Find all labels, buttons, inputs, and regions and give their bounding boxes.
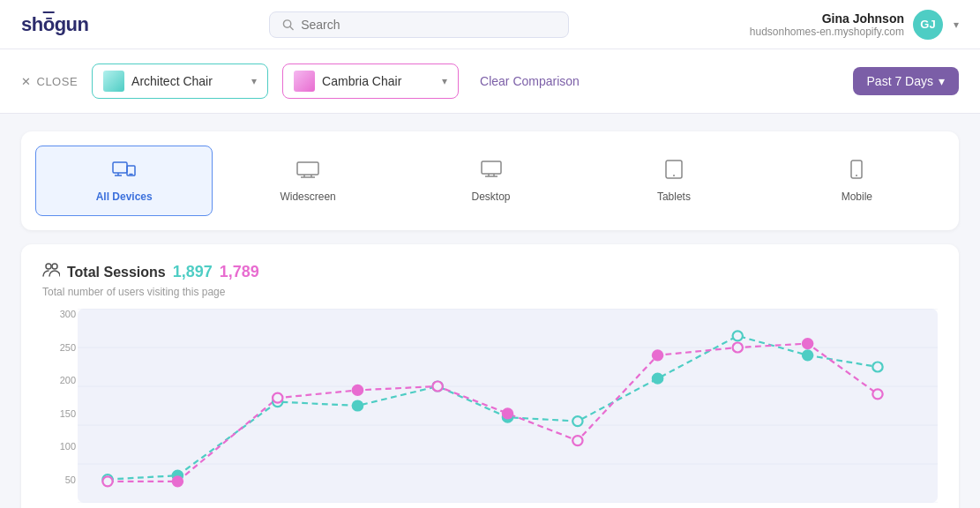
svg-rect-2 <box>113 162 127 173</box>
app-header: shōgun Gina Johnson hudsonhomes-en.mysho… <box>0 0 980 49</box>
y-label-200: 200 <box>60 375 76 385</box>
svg-point-36 <box>733 331 743 340</box>
tab-tablets-label: Tablets <box>657 190 691 203</box>
svg-point-47 <box>733 343 743 353</box>
page2-selector[interactable]: Cambria Chair ▾ <box>282 64 459 99</box>
user-store: hudsonhomes-en.myshopify.com <box>750 26 904 38</box>
search-input[interactable] <box>301 18 556 32</box>
tab-desktop[interactable]: Desktop <box>403 146 579 216</box>
chart-title: Total Sessions <box>67 265 166 280</box>
search-bar[interactable] <box>269 11 569 38</box>
search-icon <box>282 19 294 31</box>
y-label-250: 250 <box>60 342 76 353</box>
close-x-icon: ✕ <box>21 75 32 88</box>
avatar: GJ <box>913 10 943 40</box>
page2-chevron-icon: ▾ <box>442 75 447 87</box>
y-label-300: 300 <box>60 309 76 319</box>
widescreen-icon <box>295 159 320 185</box>
svg-rect-7 <box>297 162 318 175</box>
page1-thumbnail <box>103 71 124 92</box>
clear-comparison-button[interactable]: Clear Comparison <box>480 74 580 88</box>
tab-mobile-label: Mobile <box>842 190 872 203</box>
tablets-icon <box>662 159 686 185</box>
svg-point-49 <box>872 389 882 399</box>
chart-svg <box>78 309 938 503</box>
date-range-label: Past 7 Days <box>867 74 933 88</box>
close-label: CLOSE <box>37 75 79 88</box>
svg-point-16 <box>673 175 675 176</box>
svg-point-20 <box>52 264 57 269</box>
chart-card: Total Sessions 1,897 1,789 Total number … <box>21 244 959 508</box>
tab-all-devices[interactable]: All Devices <box>35 146 213 216</box>
page1-label: Architect Chair <box>131 74 244 88</box>
date-range-button[interactable]: Past 7 Days ▾ <box>853 67 959 95</box>
svg-point-46 <box>653 350 662 360</box>
svg-rect-21 <box>78 309 938 503</box>
tab-widescreen[interactable]: Widescreen <box>220 146 395 216</box>
chart-value-1: 1,897 <box>173 263 213 281</box>
tab-all-devices-label: All Devices <box>96 190 153 203</box>
device-tabs: All Devices Widescreen <box>21 131 959 230</box>
chart-value-2: 1,789 <box>220 263 259 281</box>
page1-chevron-icon: ▾ <box>251 75 257 87</box>
desktop-icon <box>479 159 504 185</box>
svg-point-45 <box>572 436 582 445</box>
comparison-toolbar: ✕ CLOSE Architect Chair ▾ Cambria Chair … <box>0 49 980 114</box>
svg-point-40 <box>173 476 183 486</box>
mobile-icon <box>844 159 869 185</box>
svg-point-41 <box>273 393 282 403</box>
page2-thumbnail <box>294 71 315 92</box>
svg-point-19 <box>46 264 51 269</box>
svg-point-34 <box>572 416 582 426</box>
chevron-down-icon[interactable]: ▾ <box>954 19 959 31</box>
svg-point-37 <box>803 350 812 360</box>
tab-desktop-label: Desktop <box>472 190 511 203</box>
svg-point-35 <box>653 374 662 384</box>
main-content: All Devices Widescreen <box>0 114 980 508</box>
all-devices-icon <box>112 159 137 185</box>
chart-subtitle: Total number of users visiting this page <box>42 286 938 298</box>
page1-selector[interactable]: Architect Chair ▾ <box>92 64 268 99</box>
chart-header: Total Sessions 1,897 1,789 <box>42 262 938 282</box>
date-chevron-icon: ▾ <box>939 74 945 88</box>
svg-point-44 <box>503 408 512 418</box>
y-label-50: 50 <box>65 474 76 485</box>
user-name: Gina Johnson <box>750 11 904 26</box>
svg-line-1 <box>290 26 293 29</box>
svg-point-42 <box>353 385 363 395</box>
close-button[interactable]: ✕ CLOSE <box>21 75 78 88</box>
page2-label: Cambria Chair <box>322 74 435 88</box>
user-details: Gina Johnson hudsonhomes-en.myshopify.co… <box>750 11 904 38</box>
y-label-100: 100 <box>60 441 76 452</box>
tab-mobile[interactable]: Mobile <box>769 146 945 216</box>
svg-point-18 <box>856 175 857 176</box>
svg-point-39 <box>102 476 112 486</box>
chart-area: 300 250 200 150 100 50 <box>42 309 938 503</box>
app-logo: shōgun <box>21 13 88 36</box>
y-label-150: 150 <box>60 408 76 419</box>
svg-point-48 <box>803 339 812 348</box>
y-axis-labels: 300 250 200 150 100 50 <box>42 309 76 485</box>
svg-point-43 <box>432 382 442 392</box>
tab-widescreen-label: Widescreen <box>280 190 335 203</box>
tab-tablets[interactable]: Tablets <box>586 146 761 216</box>
svg-rect-11 <box>482 161 501 174</box>
user-info: Gina Johnson hudsonhomes-en.myshopify.co… <box>750 10 959 40</box>
svg-point-31 <box>353 401 363 411</box>
people-icon <box>42 262 60 282</box>
svg-point-38 <box>872 362 882 372</box>
